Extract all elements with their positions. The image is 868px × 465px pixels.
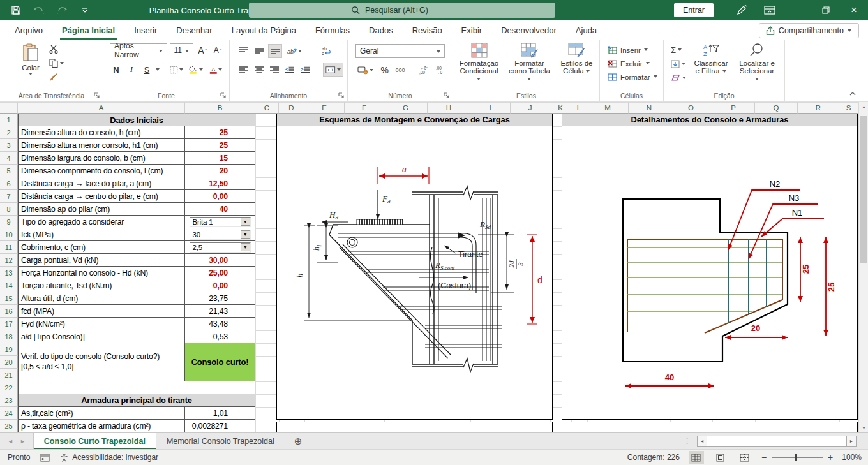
align-top-icon[interactable] <box>237 44 250 58</box>
scroll-up-icon[interactable]: ▲ <box>860 102 868 112</box>
column-header-M[interactable]: M <box>587 102 629 114</box>
value-cell-B13[interactable]: 25,00 <box>185 267 255 279</box>
dialog-launcher-icon[interactable] <box>338 92 345 99</box>
label-cell-A3[interactable]: Dimensão altura menor consolo, h1 (cm) <box>18 139 185 152</box>
accessibility-status[interactable]: Acessibilidade: investigar <box>60 453 158 462</box>
row-header-9[interactable]: 9 <box>0 216 18 228</box>
label-cell-A15[interactable]: Altura útil, d (cm) <box>18 292 185 305</box>
row-header-14[interactable]: 14 <box>0 279 18 292</box>
autosum-button[interactable]: Σ <box>669 43 689 57</box>
column-header-I[interactable]: I <box>470 102 511 114</box>
column-header-H[interactable]: H <box>428 102 470 114</box>
format-cells-button[interactable]: Formatar <box>605 70 663 84</box>
column-header-G[interactable]: G <box>384 102 428 114</box>
row-header-17[interactable]: 17 <box>0 318 18 330</box>
row-header-13[interactable]: 13 <box>0 267 18 279</box>
ribbon-tab-dados[interactable]: Dados <box>359 22 403 40</box>
label-cell-A8[interactable]: Dimensão ap do pilar (cm) <box>18 203 185 216</box>
restore-button[interactable] <box>812 0 840 20</box>
label-cell-A25[interactable]: ρ - taxa geométrica de armadura (cm²) <box>18 420 185 432</box>
column-header-R[interactable]: R <box>798 102 839 114</box>
increase-font-icon[interactable]: Aˆ <box>196 43 209 57</box>
redo-icon[interactable] <box>55 3 69 17</box>
verification-label-cell[interactable]: Verif. do tipo de consolo (Consolo curto… <box>18 343 185 381</box>
column-header-F[interactable]: F <box>345 102 384 114</box>
wrap-text-button[interactable]: abc <box>320 44 333 58</box>
row-header-7[interactable]: 7 <box>0 190 18 203</box>
ribbon-tab-layout-da-p-gina[interactable]: Layout da Página <box>222 22 306 40</box>
value-cell-B7[interactable]: 0,00 <box>185 190 255 203</box>
value-cell-B5[interactable]: 20 <box>185 165 255 177</box>
label-cell-A10[interactable]: fck (MPa) <box>18 228 185 241</box>
verification-result-cell[interactable]: Consolo curto! <box>185 343 255 381</box>
column-header-C[interactable]: C <box>255 102 279 114</box>
ribbon-tab-inserir[interactable]: Inserir <box>124 22 167 40</box>
italic-button[interactable]: I <box>125 63 138 77</box>
dropdown-10[interactable]: 30▼ <box>190 230 251 240</box>
format-painter-button[interactable] <box>47 70 66 84</box>
label-cell-A5[interactable]: Dimensão comprimento do consolo, l (cm) <box>18 165 185 177</box>
increase-decimal-icon[interactable]: ←0,00 <box>417 63 431 77</box>
label-cell-A16[interactable]: fcd (MPA) <box>18 305 185 318</box>
scrollbar-grip[interactable]: ⋮ <box>684 437 691 445</box>
bold-button[interactable]: N <box>110 63 123 77</box>
sign-in-button[interactable]: Entrar <box>674 3 714 17</box>
zoom-in-icon[interactable]: + <box>828 452 833 462</box>
delete-cells-button[interactable]: Excluir <box>605 57 663 70</box>
cut-button[interactable] <box>47 42 66 56</box>
value-cell-B24[interactable]: 1,01 <box>185 407 255 420</box>
increase-indent-icon[interactable] <box>299 63 311 77</box>
label-cell-A7[interactable]: Distância carga → centro do pilar, e (cm… <box>18 190 185 203</box>
dropdown-arrow-icon[interactable]: ▼ <box>241 218 250 226</box>
conditional-formatting-button[interactable]: Formatação Condicional <box>455 40 504 82</box>
value-cell-B17[interactable]: 43,48 <box>185 318 255 330</box>
zoom-level[interactable]: 100% <box>842 453 862 462</box>
label-cell-A9[interactable]: Tipo do agregado a considerar <box>18 216 185 228</box>
dropdown-arrow-icon[interactable]: ▼ <box>241 230 250 239</box>
label-cell-A11[interactable]: Cobrimento, c (cm) <box>18 241 185 254</box>
comma-style-button[interactable]: 000 <box>394 63 407 77</box>
row-header-15[interactable]: 15 <box>0 292 18 305</box>
value-cell-B10[interactable]: 30▼ <box>185 228 255 241</box>
format-as-table-button[interactable]: Formatar como Tabela <box>505 40 555 82</box>
column-header-K[interactable]: K <box>550 102 571 114</box>
page-break-view-icon[interactable] <box>737 451 752 464</box>
merge-center-button[interactable] <box>323 63 343 77</box>
dropdown-9[interactable]: Brita 1▼ <box>190 217 251 227</box>
value-cell-B9[interactable]: Brita 1▼ <box>185 216 255 228</box>
row-header-11[interactable]: 11 <box>0 241 18 254</box>
minimize-button[interactable]: — <box>784 0 812 20</box>
decrease-decimal-icon[interactable]: ,00→0 <box>433 63 447 77</box>
share-button[interactable]: Compartilhamento <box>759 23 859 38</box>
ribbon-tab-desenhar[interactable]: Desenhar <box>167 22 221 40</box>
column-header-N[interactable]: N <box>629 102 670 114</box>
label-cell-A14[interactable]: Torção atuante, Tsd (kN.m) <box>18 279 185 292</box>
ink-editor-icon[interactable] <box>728 0 756 20</box>
fill-button[interactable] <box>669 57 689 71</box>
row-header-6[interactable]: 6 <box>0 177 18 190</box>
row-header-22[interactable]: 22 <box>0 381 18 394</box>
dialog-launcher-icon[interactable] <box>94 92 100 99</box>
value-cell-B6[interactable]: 12,50 <box>185 177 255 190</box>
column-header-S[interactable]: S <box>839 102 858 114</box>
ribbon-tab-exibir[interactable]: Exibir <box>452 22 492 40</box>
customize-toolbar-icon[interactable] <box>78 3 92 17</box>
column-header-D[interactable]: D <box>279 102 304 114</box>
row-header-16[interactable]: 16 <box>0 305 18 318</box>
label-cell-A17[interactable]: Fyd (kN/cm²) <box>18 318 185 330</box>
value-cell-B25[interactable]: 0,0028271 <box>185 420 255 432</box>
number-format-select[interactable]: Geral <box>355 44 445 58</box>
macro-record-icon[interactable] <box>40 454 50 462</box>
scroll-right-icon[interactable]: ► <box>846 436 857 447</box>
column-header-A[interactable]: A <box>18 102 185 114</box>
decrease-font-icon[interactable]: Aˇ <box>211 43 224 57</box>
row-header-18[interactable]: 18 <box>0 330 18 343</box>
worksheet-area[interactable]: ABCDEFGHIJKLMNOPQRS 12345678910111213141… <box>0 102 868 432</box>
align-middle-icon[interactable] <box>253 44 266 58</box>
page-layout-view-icon[interactable] <box>713 451 728 464</box>
column-header-E[interactable]: E <box>304 102 345 114</box>
value-cell-B16[interactable]: 21,43 <box>185 305 255 318</box>
column-header-Q[interactable]: Q <box>755 102 798 114</box>
column-header-P[interactable]: P <box>712 102 755 114</box>
value-cell-B15[interactable]: 23,75 <box>185 292 255 305</box>
